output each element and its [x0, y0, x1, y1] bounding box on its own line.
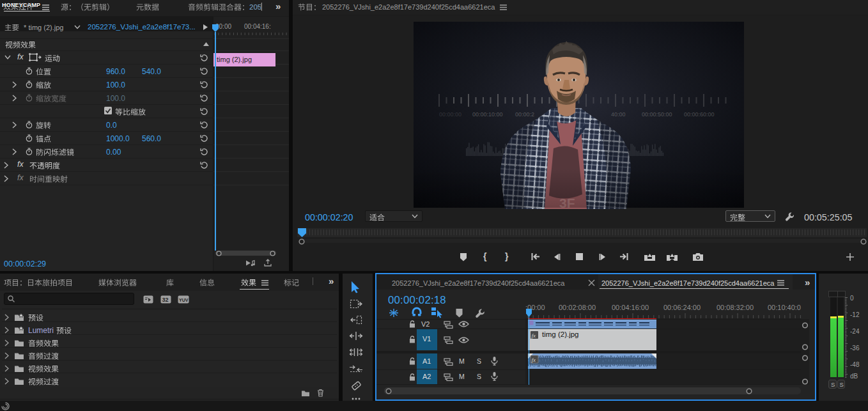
svg-text:00:00:00: 00:00:00: [439, 111, 461, 118]
svg-text:00:00:60:00: 00:00:60:00: [684, 111, 715, 118]
svg-text:32: 32: [162, 297, 169, 303]
svg-text:40:00: 40:00: [611, 111, 626, 118]
svg-text:00:00:2: 00:00:2: [515, 111, 534, 118]
svg-text:fx: fx: [532, 357, 536, 363]
svg-text:00:00:50:00: 00:00:50:00: [642, 111, 672, 118]
svg-text:00:00:10:00: 00:00:10:00: [472, 111, 503, 118]
svg-text:fx: fx: [532, 332, 536, 339]
svg-text:YUV: YUV: [179, 298, 189, 302]
